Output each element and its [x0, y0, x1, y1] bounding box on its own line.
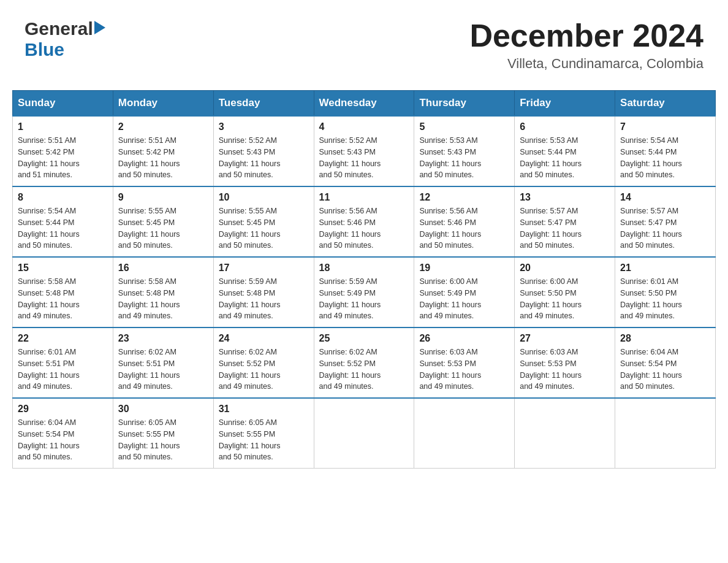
day-number: 2 — [118, 121, 208, 132]
calendar-cell: 6Sunrise: 5:53 AMSunset: 5:44 PMDaylight… — [515, 116, 615, 186]
calendar-cell: 27Sunrise: 6:03 AMSunset: 5:53 PMDayligh… — [515, 327, 615, 398]
day-info: Sunrise: 5:59 AMSunset: 5:49 PMDaylight:… — [319, 276, 409, 322]
logo-arrow-icon — [94, 21, 105, 37]
weekday-header-sunday: Sunday — [13, 91, 113, 117]
calendar-cell: 16Sunrise: 5:58 AMSunset: 5:48 PMDayligh… — [113, 257, 213, 327]
day-info: Sunrise: 5:59 AMSunset: 5:48 PMDaylight:… — [219, 276, 309, 322]
calendar-cell: 3Sunrise: 5:52 AMSunset: 5:43 PMDaylight… — [213, 116, 314, 186]
day-number: 23 — [118, 333, 208, 344]
day-info: Sunrise: 5:52 AMSunset: 5:43 PMDaylight:… — [219, 135, 309, 181]
day-info: Sunrise: 5:56 AMSunset: 5:46 PMDaylight:… — [319, 205, 409, 251]
location-subtitle: Villeta, Cundinamarca, Colombia — [469, 56, 703, 72]
day-number: 19 — [419, 262, 509, 274]
day-number: 8 — [18, 192, 108, 203]
day-number: 15 — [18, 262, 108, 274]
calendar-cell: 9Sunrise: 5:55 AMSunset: 5:45 PMDaylight… — [113, 186, 213, 257]
day-info: Sunrise: 6:04 AMSunset: 5:54 PMDaylight:… — [620, 347, 710, 393]
calendar-cell: 25Sunrise: 6:02 AMSunset: 5:52 PMDayligh… — [314, 327, 414, 398]
calendar-cell: 2Sunrise: 5:51 AMSunset: 5:42 PMDaylight… — [113, 116, 213, 186]
day-info: Sunrise: 5:54 AMSunset: 5:44 PMDaylight:… — [620, 135, 710, 181]
week-row-3: 15Sunrise: 5:58 AMSunset: 5:48 PMDayligh… — [13, 257, 716, 327]
day-info: Sunrise: 6:01 AMSunset: 5:50 PMDaylight:… — [620, 276, 710, 322]
calendar-cell: 22Sunrise: 6:01 AMSunset: 5:51 PMDayligh… — [13, 327, 113, 398]
calendar-table: SundayMondayTuesdayWednesdayThursdayFrid… — [12, 90, 716, 469]
calendar-cell: 23Sunrise: 6:02 AMSunset: 5:51 PMDayligh… — [113, 327, 213, 398]
day-info: Sunrise: 5:54 AMSunset: 5:44 PMDaylight:… — [18, 205, 108, 251]
calendar-cell: 14Sunrise: 5:57 AMSunset: 5:47 PMDayligh… — [615, 186, 716, 257]
day-info: Sunrise: 5:57 AMSunset: 5:47 PMDaylight:… — [520, 205, 610, 251]
day-info: Sunrise: 6:00 AMSunset: 5:50 PMDaylight:… — [520, 276, 610, 322]
day-number: 29 — [18, 404, 108, 415]
weekday-header-thursday: Thursday — [414, 91, 515, 117]
calendar-cell: 20Sunrise: 6:00 AMSunset: 5:50 PMDayligh… — [515, 257, 615, 327]
day-number: 28 — [620, 333, 710, 344]
weekday-header-row: SundayMondayTuesdayWednesdayThursdayFrid… — [13, 91, 716, 117]
day-info: Sunrise: 5:51 AMSunset: 5:42 PMDaylight:… — [118, 135, 208, 181]
week-row-4: 22Sunrise: 6:01 AMSunset: 5:51 PMDayligh… — [13, 327, 716, 398]
calendar-cell: 15Sunrise: 5:58 AMSunset: 5:48 PMDayligh… — [13, 257, 113, 327]
day-number: 31 — [219, 404, 309, 415]
week-row-2: 8Sunrise: 5:54 AMSunset: 5:44 PMDaylight… — [13, 186, 716, 257]
day-info: Sunrise: 5:55 AMSunset: 5:45 PMDaylight:… — [219, 205, 309, 251]
calendar-cell — [414, 398, 515, 469]
day-info: Sunrise: 6:00 AMSunset: 5:49 PMDaylight:… — [419, 276, 509, 322]
day-info: Sunrise: 5:58 AMSunset: 5:48 PMDaylight:… — [118, 276, 208, 322]
day-number: 25 — [319, 333, 409, 344]
day-number: 17 — [219, 262, 309, 274]
calendar-cell: 31Sunrise: 6:05 AMSunset: 5:55 PMDayligh… — [213, 398, 314, 469]
calendar-cell: 17Sunrise: 5:59 AMSunset: 5:48 PMDayligh… — [213, 257, 314, 327]
day-number: 12 — [419, 192, 509, 203]
day-number: 27 — [520, 333, 610, 344]
weekday-header-tuesday: Tuesday — [213, 91, 314, 117]
day-number: 4 — [319, 121, 409, 132]
calendar-cell: 21Sunrise: 6:01 AMSunset: 5:50 PMDayligh… — [615, 257, 716, 327]
day-info: Sunrise: 5:56 AMSunset: 5:46 PMDaylight:… — [419, 205, 509, 251]
calendar-cell: 5Sunrise: 5:53 AMSunset: 5:43 PMDaylight… — [414, 116, 515, 186]
calendar-cell: 13Sunrise: 5:57 AMSunset: 5:47 PMDayligh… — [515, 186, 615, 257]
day-number: 3 — [219, 121, 309, 132]
day-number: 16 — [118, 262, 208, 274]
day-info: Sunrise: 6:04 AMSunset: 5:54 PMDaylight:… — [18, 417, 108, 463]
logo-general-text: General — [25, 18, 93, 39]
month-title: December 2024 — [469, 18, 703, 53]
weekday-header-saturday: Saturday — [615, 91, 716, 117]
day-info: Sunrise: 5:53 AMSunset: 5:43 PMDaylight:… — [419, 135, 509, 181]
calendar-cell: 28Sunrise: 6:04 AMSunset: 5:54 PMDayligh… — [615, 327, 716, 398]
logo-blue-text: Blue — [25, 39, 64, 59]
day-info: Sunrise: 6:03 AMSunset: 5:53 PMDaylight:… — [520, 347, 610, 393]
calendar-cell: 24Sunrise: 6:02 AMSunset: 5:52 PMDayligh… — [213, 327, 314, 398]
calendar-cell: 8Sunrise: 5:54 AMSunset: 5:44 PMDaylight… — [13, 186, 113, 257]
day-info: Sunrise: 5:53 AMSunset: 5:44 PMDaylight:… — [520, 135, 610, 181]
page-header: General Blue December 2024 Villeta, Cund… — [12, 12, 716, 78]
day-number: 21 — [620, 262, 710, 274]
calendar-cell — [615, 398, 716, 469]
day-number: 20 — [520, 262, 610, 274]
day-number: 13 — [520, 192, 610, 203]
calendar-cell: 7Sunrise: 5:54 AMSunset: 5:44 PMDaylight… — [615, 116, 716, 186]
day-number: 24 — [219, 333, 309, 344]
day-number: 10 — [219, 192, 309, 203]
day-info: Sunrise: 6:02 AMSunset: 5:51 PMDaylight:… — [118, 347, 208, 393]
calendar-cell: 18Sunrise: 5:59 AMSunset: 5:49 PMDayligh… — [314, 257, 414, 327]
day-number: 18 — [319, 262, 409, 274]
day-info: Sunrise: 5:58 AMSunset: 5:48 PMDaylight:… — [18, 276, 108, 322]
day-number: 9 — [118, 192, 208, 203]
logo: General Blue — [25, 18, 105, 60]
day-info: Sunrise: 6:03 AMSunset: 5:53 PMDaylight:… — [419, 347, 509, 393]
day-info: Sunrise: 6:05 AMSunset: 5:55 PMDaylight:… — [118, 417, 208, 463]
weekday-header-friday: Friday — [515, 91, 615, 117]
title-section: December 2024 Villeta, Cundinamarca, Col… — [469, 18, 703, 72]
calendar-cell: 26Sunrise: 6:03 AMSunset: 5:53 PMDayligh… — [414, 327, 515, 398]
day-number: 6 — [520, 121, 610, 132]
day-number: 5 — [419, 121, 509, 132]
day-number: 1 — [18, 121, 108, 132]
day-info: Sunrise: 5:52 AMSunset: 5:43 PMDaylight:… — [319, 135, 409, 181]
weekday-header-wednesday: Wednesday — [314, 91, 414, 117]
day-number: 30 — [118, 404, 208, 415]
calendar-cell: 11Sunrise: 5:56 AMSunset: 5:46 PMDayligh… — [314, 186, 414, 257]
day-number: 22 — [18, 333, 108, 344]
calendar-cell: 29Sunrise: 6:04 AMSunset: 5:54 PMDayligh… — [13, 398, 113, 469]
day-number: 11 — [319, 192, 409, 203]
calendar-cell: 4Sunrise: 5:52 AMSunset: 5:43 PMDaylight… — [314, 116, 414, 186]
calendar-cell — [515, 398, 615, 469]
